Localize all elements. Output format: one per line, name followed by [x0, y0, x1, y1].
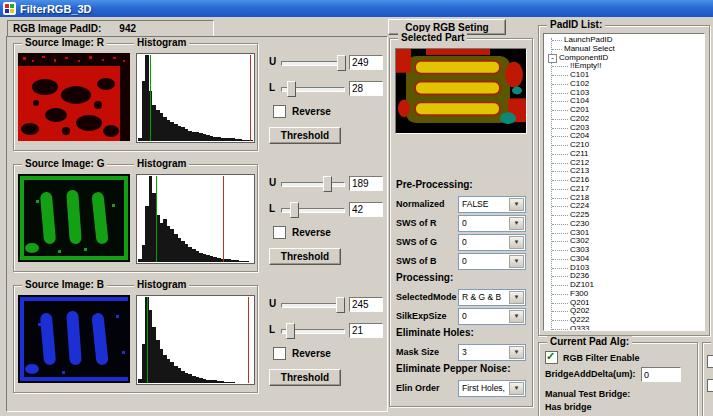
title-bar[interactable]: FilterRGB_3D [0, 0, 713, 17]
tree-item-d236[interactable]: D236 [545, 272, 703, 281]
tree-item-d103[interactable]: D103 [545, 264, 703, 273]
bridge-checkbox-tl-1[interactable] [707, 379, 713, 392]
slider-thumb[interactable] [286, 323, 295, 339]
combo-normalized[interactable]: FALSE▼ [458, 196, 526, 213]
tree-item-q202[interactable]: Q202 [545, 307, 703, 316]
combo-value: 0 [462, 256, 467, 266]
tree-item-f300[interactable]: F300 [545, 290, 703, 299]
reverse-label: Reverse [292, 106, 331, 117]
b-lower-value-input[interactable] [349, 323, 383, 338]
combo-label: SelectedMode [396, 292, 457, 302]
chevron-down-icon[interactable]: ▼ [509, 236, 524, 249]
slider-thumb[interactable] [337, 55, 346, 71]
g-threshold-button[interactable]: Threshold [269, 248, 341, 265]
processing-rows: Pre-Processing:NormalizedFALSE▼SWS of R0… [395, 179, 527, 396]
tree-item-c216[interactable]: C216 [545, 176, 703, 185]
tree-item-c301[interactable]: C301 [545, 229, 703, 238]
r-threshold-button[interactable]: Threshold [269, 127, 341, 144]
tree-item-c213[interactable]: C213 [545, 167, 703, 176]
combo-elin-order[interactable]: First Holes,▼ [458, 380, 526, 397]
tree-item-c101[interactable]: C101 [545, 71, 703, 80]
tree-item-c304[interactable]: C304 [545, 255, 703, 264]
g-lower-slider[interactable] [281, 202, 345, 217]
r-lower-value-input[interactable] [349, 81, 383, 96]
source-image-r-group: Source Image: R Histogram [13, 43, 258, 151]
tree-item-c212[interactable]: C212 [545, 159, 703, 168]
app-icon [3, 2, 16, 15]
chevron-down-icon[interactable]: ▼ [509, 198, 524, 211]
slider-thumb[interactable] [287, 81, 296, 97]
chevron-down-icon[interactable]: ▼ [509, 291, 524, 304]
chevron-down-icon[interactable]: ▼ [509, 346, 524, 359]
tree-item-dz101[interactable]: DZ101 [545, 281, 703, 290]
slider-thumb[interactable] [323, 176, 332, 192]
app-window: FilterRGB_3D RGB Image PadID: 942 Copy R… [0, 0, 713, 416]
combo-value: 0 [462, 237, 467, 247]
r-upper-value-input[interactable] [349, 55, 383, 70]
tree-expander-icon[interactable]: - [548, 54, 557, 63]
pad-id-tree[interactable]: LaunchPadIDManual Select-ComponentID!!Em… [543, 33, 705, 331]
r-lower-slider[interactable] [281, 81, 345, 96]
tree-item-empty[interactable]: !!Empty!! [545, 62, 703, 71]
combo-value: R & G & B [462, 292, 501, 302]
tree-item-q333[interactable]: Q333 [545, 325, 703, 331]
slider-thumb[interactable] [336, 297, 345, 313]
row-mask-size: Mask Size3▼ [395, 344, 527, 360]
tree-item-q201[interactable]: Q201 [545, 299, 703, 308]
g-lower-value-input[interactable] [349, 202, 383, 217]
section-label-processing: Processing: [395, 272, 527, 286]
selected-part-title: Selected Part [398, 32, 467, 44]
r-upper-slider[interactable] [281, 55, 345, 70]
combo-sws-of-r[interactable]: 0▼ [458, 215, 526, 232]
chevron-down-icon[interactable]: ▼ [509, 255, 524, 268]
tree-item-c303[interactable]: C303 [545, 246, 703, 255]
upper-label: U [269, 298, 276, 309]
combo-mask-size[interactable]: 3▼ [458, 344, 526, 361]
tree-item-c230[interactable]: C230 [545, 220, 703, 229]
section-label-eliminate-holes: Eliminate Holes: [395, 327, 527, 341]
r-reverse-checkbox[interactable] [273, 105, 286, 118]
source-image-g-thumbnail [18, 174, 130, 262]
rgb-filter-enable-checkbox[interactable] [545, 351, 558, 364]
combo-silkexpsize[interactable]: 0▼ [458, 308, 526, 325]
tree-item-c225[interactable]: C225 [545, 211, 703, 220]
tree-item-c202[interactable]: C202 [545, 115, 703, 124]
combo-selectedmode[interactable]: R & G & B▼ [458, 289, 526, 306]
tree-item-c218[interactable]: C218 [545, 194, 703, 203]
tree-item-c210[interactable]: C210 [545, 141, 703, 150]
tree-item-c104[interactable]: C104 [545, 97, 703, 106]
tree-item-label: C210 [570, 140, 589, 149]
tree-item-c201[interactable]: C201 [545, 106, 703, 115]
tree-item-c302[interactable]: C302 [545, 237, 703, 246]
chevron-down-icon[interactable]: ▼ [509, 382, 524, 395]
source-image-r-thumbnail [18, 53, 130, 141]
g-upper-value-input[interactable] [349, 176, 383, 191]
bridge-checkbox-tl-0[interactable] [707, 355, 713, 368]
tree-item-c203[interactable]: C203 [545, 124, 703, 133]
tree-item-c224[interactable]: C224 [545, 202, 703, 211]
tree-item-q222[interactable]: Q222 [545, 316, 703, 325]
tree-item-c211[interactable]: C211 [545, 150, 703, 159]
group-title: Source Image: R [22, 37, 107, 49]
tree-item-c204[interactable]: C204 [545, 132, 703, 141]
g-reverse-checkbox[interactable] [273, 226, 286, 239]
bridge-add-delta-input[interactable] [641, 367, 681, 382]
chevron-down-icon[interactable]: ▼ [509, 310, 524, 323]
tree-item-label: F300 [570, 289, 588, 298]
b-upper-value-input[interactable] [349, 297, 383, 312]
combo-sws-of-g[interactable]: 0▼ [458, 234, 526, 251]
b-upper-slider[interactable] [281, 297, 345, 312]
b-histogram-bars [138, 297, 253, 383]
b-lower-slider[interactable] [281, 323, 345, 338]
chevron-down-icon[interactable]: ▼ [509, 217, 524, 230]
tree-item-c103[interactable]: C103 [545, 89, 703, 98]
g-upper-slider[interactable] [281, 176, 345, 191]
b-reverse-checkbox[interactable] [273, 347, 286, 360]
combo-label: SWS of B [396, 256, 437, 266]
tree-item-c217[interactable]: C217 [545, 185, 703, 194]
combo-sws-of-b[interactable]: 0▼ [458, 253, 526, 270]
tree-item-c102[interactable]: C102 [545, 80, 703, 89]
slider-thumb[interactable] [290, 202, 299, 218]
tree-item-componentid[interactable]: -ComponentID [545, 54, 703, 63]
b-threshold-button[interactable]: Threshold [269, 369, 341, 386]
